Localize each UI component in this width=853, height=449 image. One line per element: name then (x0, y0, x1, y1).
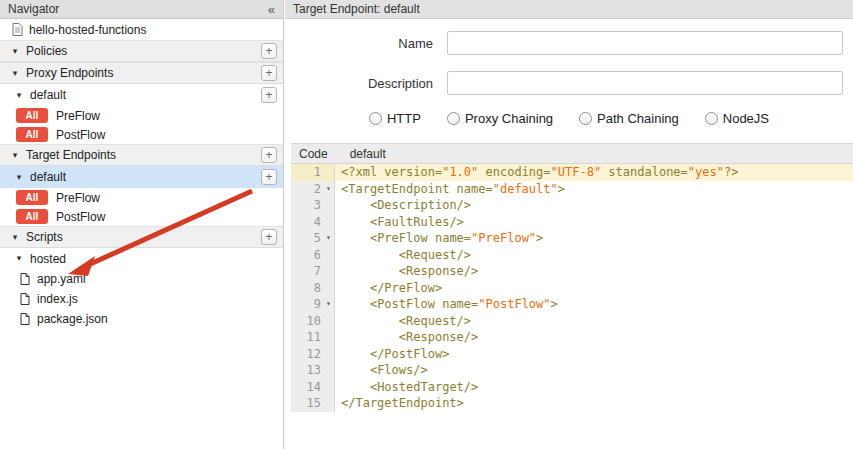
chevron-down-icon[interactable]: ▾ (10, 69, 20, 78)
name-input[interactable] (447, 31, 843, 55)
flow-label: PreFlow (56, 191, 100, 205)
line-number: 14 (307, 379, 323, 396)
line-number: 10 (307, 313, 323, 330)
flow-label: PreFlow (56, 109, 100, 123)
code-line[interactable]: 7 <Response/> (291, 263, 853, 280)
proxy-postflow-item[interactable]: All PostFlow (0, 125, 283, 144)
code-text[interactable]: </PostFlow> (335, 346, 449, 363)
line-gutter: 7 (291, 263, 335, 280)
code-line[interactable]: 1<?xml version="1.0" encoding="UTF-8" st… (291, 164, 853, 181)
code-line[interactable]: 4 <FaultRules/> (291, 214, 853, 231)
radio-icon[interactable] (579, 112, 592, 125)
flow-label: PostFlow (56, 210, 105, 224)
proxy-endpoint-default[interactable]: ▾ default + (0, 84, 283, 106)
add-flow-button[interactable]: + (261, 87, 277, 103)
chevron-down-icon[interactable]: ▾ (10, 151, 20, 160)
radio-icon[interactable] (447, 112, 460, 125)
radio-icon[interactable] (705, 112, 718, 125)
section-label: Target Endpoints (26, 148, 116, 162)
file-icon (20, 313, 31, 325)
section-proxy-endpoints[interactable]: ▾ Proxy Endpoints + (0, 62, 283, 84)
target-preflow-item[interactable]: All PreFlow (0, 188, 283, 207)
main-panel: Target Endpoint: default Name Descriptio… (285, 0, 853, 449)
code-area[interactable]: 1<?xml version="1.0" encoding="UTF-8" st… (291, 164, 853, 449)
folder-name: hosted (30, 252, 66, 266)
tab-code[interactable]: Code (299, 147, 328, 161)
code-text[interactable]: </TargetEndpoint> (335, 395, 464, 412)
chevron-down-icon[interactable]: ▾ (14, 254, 24, 263)
tab-file-default[interactable]: default (350, 147, 386, 161)
code-line[interactable]: 15</TargetEndpoint> (291, 395, 853, 412)
scripts-folder-hosted[interactable]: ▾ hosted (0, 248, 283, 269)
add-target-endpoint-button[interactable]: + (261, 147, 277, 163)
add-flow-button[interactable]: + (261, 169, 277, 185)
code-line[interactable]: 6 <Request/> (291, 247, 853, 264)
code-text[interactable]: <FaultRules/> (335, 214, 464, 231)
code-line[interactable]: 9▾ <PostFlow name="PostFlow"> (291, 296, 853, 313)
code-line[interactable]: 5▾ <PreFlow name="PreFlow"> (291, 230, 853, 247)
flow-condition-badge: All (16, 108, 48, 123)
description-input[interactable] (447, 71, 843, 95)
line-gutter: 11 (291, 329, 335, 346)
code-text[interactable]: <Flows/> (335, 362, 428, 379)
target-endpoint-default[interactable]: ▾ default + (0, 166, 283, 188)
line-number: 7 (314, 263, 323, 280)
line-gutter: 10 (291, 313, 335, 330)
code-text[interactable]: <PreFlow name="PreFlow"> (335, 230, 543, 247)
code-text[interactable]: <Response/> (335, 329, 478, 346)
fold-arrow-icon[interactable]: ▾ (323, 230, 334, 247)
code-line[interactable]: 10 <Request/> (291, 313, 853, 330)
endpoint-type-radios: HTTP Proxy Chaining Path Chaining NodeJS (285, 111, 853, 126)
fold-arrow-icon[interactable]: ▾ (323, 181, 334, 198)
radio-http[interactable]: HTTP (369, 111, 421, 126)
code-text[interactable]: <HostedTarget/> (335, 379, 478, 396)
section-scripts[interactable]: ▾ Scripts + (0, 226, 283, 248)
code-text[interactable]: <Request/> (335, 247, 471, 264)
proxy-preflow-item[interactable]: All PreFlow (0, 106, 283, 125)
script-file-item[interactable]: package.json (0, 309, 283, 329)
bundle-name: hello-hosted-functions (29, 23, 146, 37)
radio-icon[interactable] (369, 112, 382, 125)
radio-nodejs[interactable]: NodeJS (705, 111, 769, 126)
code-text[interactable]: <Description/> (335, 197, 471, 214)
fold-arrow-icon[interactable]: ▾ (323, 296, 334, 313)
line-gutter: 9▾ (291, 296, 335, 313)
script-file-item[interactable]: index.js (0, 289, 283, 309)
radio-label: Path Chaining (597, 111, 679, 126)
radio-path-chaining[interactable]: Path Chaining (579, 111, 679, 126)
chevron-down-icon[interactable]: ▾ (10, 47, 20, 56)
code-line[interactable]: 13 <Flows/> (291, 362, 853, 379)
code-line[interactable]: 12 </PostFlow> (291, 346, 853, 363)
code-text[interactable]: <?xml version="1.0" encoding="UTF-8" sta… (335, 164, 738, 181)
bundle-item[interactable]: hello-hosted-functions (0, 19, 283, 40)
radio-label: HTTP (387, 111, 421, 126)
line-number: 3 (314, 197, 323, 214)
target-postflow-item[interactable]: All PostFlow (0, 207, 283, 226)
chevron-down-icon[interactable]: ▾ (10, 233, 20, 242)
collapse-panel-icon[interactable]: « (268, 2, 275, 17)
code-text[interactable]: <Request/> (335, 313, 471, 330)
add-policy-button[interactable]: + (261, 43, 277, 59)
chevron-down-icon[interactable]: ▾ (14, 91, 24, 100)
code-text[interactable]: <PostFlow name="PostFlow"> (335, 296, 558, 313)
chevron-down-icon[interactable]: ▾ (14, 173, 24, 182)
radio-proxy-chaining[interactable]: Proxy Chaining (447, 111, 553, 126)
code-line[interactable]: 3 <Description/> (291, 197, 853, 214)
line-number: 5 (314, 230, 323, 247)
code-text[interactable]: <Response/> (335, 263, 478, 280)
file-name: app.yaml (37, 272, 86, 286)
add-script-button[interactable]: + (261, 229, 277, 245)
navigator-panel: Navigator « hello-hosted-functions ▾ Pol… (0, 0, 284, 449)
code-text[interactable]: <TargetEndpoint name="default"> (335, 181, 565, 198)
file-name: package.json (37, 312, 108, 326)
file-name: index.js (37, 292, 78, 306)
code-text[interactable]: </PreFlow> (335, 280, 442, 297)
code-line[interactable]: 14 <HostedTarget/> (291, 379, 853, 396)
code-line[interactable]: 11 <Response/> (291, 329, 853, 346)
section-policies[interactable]: ▾ Policies + (0, 40, 283, 62)
code-line[interactable]: 8 </PreFlow> (291, 280, 853, 297)
section-target-endpoints[interactable]: ▾ Target Endpoints + (0, 144, 283, 166)
script-file-item[interactable]: app.yaml (0, 269, 283, 289)
add-proxy-endpoint-button[interactable]: + (261, 65, 277, 81)
code-line[interactable]: 2▾<TargetEndpoint name="default"> (291, 181, 853, 198)
